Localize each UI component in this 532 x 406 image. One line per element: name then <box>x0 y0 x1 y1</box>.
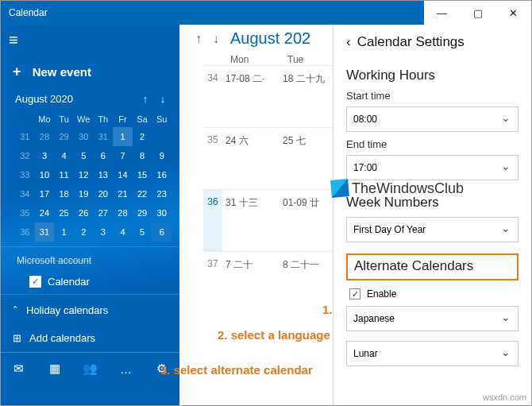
sidebar: ≡ + New event August 2020 ↑ ↓ Mo Tu We <box>1 25 179 405</box>
new-event-label: New event <box>33 65 91 79</box>
day-cell[interactable]: 18 二十九 <box>279 66 337 127</box>
watermark-icon <box>330 179 349 198</box>
watermark: TheWindowsClub <box>331 180 464 197</box>
annotation-3: 3. select alternate calendar <box>160 363 313 377</box>
week-number: 34 <box>203 66 222 127</box>
settings-title: Calendar Settings <box>357 34 465 50</box>
day-cell[interactable]: 31 十三 <box>222 190 279 251</box>
calendar-icon[interactable]: ▦ <box>37 353 72 385</box>
prev-month-icon[interactable]: ↑ <box>195 32 202 46</box>
settings-back-button[interactable]: ‹ Calendar Settings <box>346 31 519 60</box>
week-number: 37 <box>203 252 222 313</box>
mail-icon[interactable]: ✉ <box>1 353 37 385</box>
alternate-calendars-heading: Alternate Calendars <box>354 258 511 274</box>
checkbox-icon: ✓ <box>29 276 41 288</box>
chevron-up-icon: ˄ <box>13 304 18 316</box>
checkbox-icon: ✓ <box>349 288 360 300</box>
minimize-button[interactable]: — <box>424 1 460 25</box>
add-calendars-row[interactable]: ⊞ Add calendars <box>1 326 179 352</box>
month-title: August 202 <box>230 29 310 48</box>
start-time-select[interactable]: 08:00 <box>346 106 519 132</box>
day-cell[interactable]: 17-08 二· <box>222 66 279 127</box>
app-title: Calendar <box>9 7 424 18</box>
settings-panel: ‹ Calendar Settings Working Hours Start … <box>333 25 531 405</box>
account-label: Microsoft account <box>1 246 179 269</box>
calendar-item-label: Calendar <box>48 276 90 288</box>
mini-next-icon[interactable]: ↓ <box>154 93 172 105</box>
language-select[interactable]: Japanese <box>346 306 519 331</box>
add-calendar-icon: ⊞ <box>13 332 21 344</box>
alternate-calendars-highlight: Alternate Calendars <box>346 253 519 280</box>
week-number: 36 <box>203 190 222 251</box>
source-label: wsxdn.com <box>483 392 526 402</box>
day-cell[interactable]: 01-09 廿 <box>279 190 337 251</box>
working-hours-heading: Working Hours <box>346 68 519 83</box>
app-window: Calendar — ▢ ✕ ≡ + New event August 2020… <box>0 0 532 406</box>
hamburger-icon[interactable]: ≡ <box>1 25 33 56</box>
annotation-2: 2. select a language <box>218 328 330 342</box>
end-time-label: End time <box>346 138 519 150</box>
todo-icon[interactable]: … <box>108 353 144 385</box>
day-cell[interactable]: 7 二十 <box>222 252 279 313</box>
week-number: 35 <box>203 128 222 189</box>
mini-month-label: August 2020 <box>15 93 137 105</box>
new-event-button[interactable]: + New event <box>1 56 179 90</box>
add-calendars-label: Add calendars <box>29 332 95 344</box>
day-cell[interactable]: 25 七 <box>279 128 337 189</box>
end-time-select[interactable]: 17:00 <box>346 155 519 180</box>
start-time-label: Start time <box>346 90 519 102</box>
week-numbers-heading: Week Numbers <box>346 195 519 211</box>
enable-label: Enable <box>367 288 396 300</box>
holiday-calendars-row[interactable]: ˄ Holiday calendars <box>1 294 179 326</box>
calendar-main: ↑ ↓ August 202 Mon Tue Wed 34 17-08 二· 1… <box>179 25 531 405</box>
week-numbers-select[interactable]: First Day Of Year <box>346 217 519 242</box>
close-button[interactable]: ✕ <box>495 1 531 25</box>
calendar-checkbox-row[interactable]: ✓ Calendar <box>1 269 179 294</box>
mini-calendar-table: Mo Tu We Th Fr Sa Su 312829303112 323456… <box>15 111 172 242</box>
people-icon[interactable]: 👥 <box>72 353 108 385</box>
annotation-1: 1. <box>322 303 333 316</box>
enable-checkbox-row[interactable]: ✓ Enable <box>349 288 519 300</box>
sidebar-bottom-bar: ✉ ▦ 👥 … ⚙ <box>1 352 179 385</box>
day-cell[interactable]: 24 六 <box>222 128 279 189</box>
alternate-calendar-select[interactable]: Lunar <box>346 341 519 366</box>
mini-prev-icon[interactable]: ↑ <box>137 93 154 105</box>
mini-calendar: August 2020 ↑ ↓ Mo Tu We Th Fr Sa Su <box>1 90 179 242</box>
plus-icon: + <box>13 64 21 79</box>
maximize-button[interactable]: ▢ <box>460 1 495 25</box>
title-bar: Calendar — ▢ ✕ <box>1 1 531 25</box>
chevron-left-icon: ‹ <box>346 34 351 50</box>
next-month-icon[interactable]: ↓ <box>213 32 219 46</box>
holiday-label: Holiday calendars <box>26 304 108 316</box>
